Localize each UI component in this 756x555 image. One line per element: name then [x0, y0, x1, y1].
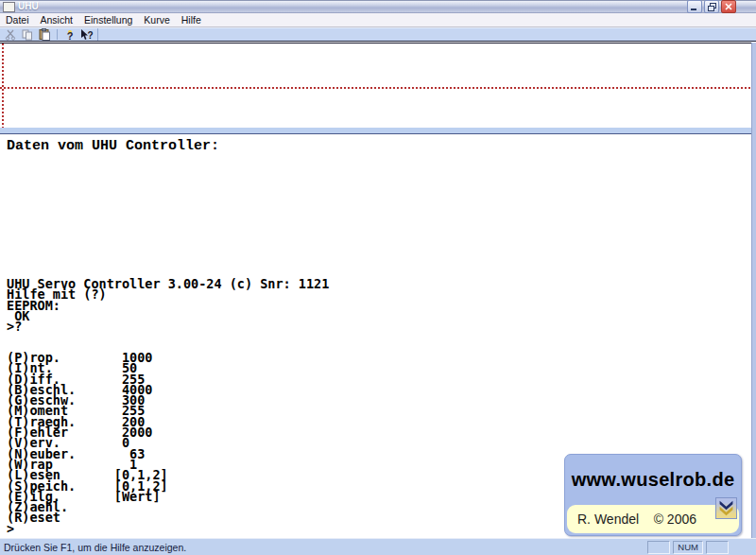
badge-site-url[interactable]: www.wuselrob.de: [565, 469, 741, 491]
status-message: Drücken Sie F1, um die Hilfe anzuzeigen.: [4, 542, 647, 553]
curve-zero-axis-dashed-line: [0, 87, 751, 89]
context-help-button[interactable]: ?: [80, 28, 94, 41]
app-window: UHU Datei Ansicht Einstellung Kurve Hilf: [0, 0, 756, 555]
menu-item-einstellung[interactable]: Einstellung: [78, 14, 138, 26]
menu-item-kurve[interactable]: Kurve: [138, 14, 175, 26]
window-title: UHU: [18, 2, 39, 11]
copy-icon: [22, 29, 33, 41]
paste-button[interactable]: [38, 28, 51, 41]
badge-copyright: © 2006: [654, 512, 696, 527]
scrl-indicator-pane: [706, 541, 729, 554]
terminal-parameter-list: (P)rop. 1000 (I)nt. 50 (D)iff. 255 (B)es…: [7, 353, 168, 534]
minimize-button[interactable]: [687, 0, 702, 13]
window-right-frame: [751, 43, 756, 538]
menu-item-hilfe[interactable]: Hilfe: [176, 14, 207, 26]
num-indicator-pane: NUM: [673, 541, 703, 554]
cut-button[interactable]: [4, 28, 17, 41]
menu-item-datei[interactable]: Datei: [0, 14, 35, 26]
restore-icon: [708, 3, 716, 11]
paste-icon: [39, 28, 50, 41]
help-button[interactable]: ?: [63, 28, 77, 41]
status-indicators: NUM: [647, 541, 729, 554]
help-icon: ?: [64, 29, 76, 41]
status-bar: Drücken Sie F1, um die Hilfe anzuzeigen.…: [0, 538, 756, 555]
tool-bar: ? ?: [0, 27, 756, 42]
menu-item-ansicht[interactable]: Ansicht: [35, 14, 78, 26]
badge-footer: R. Wendel © 2006: [567, 505, 739, 533]
curve-pane[interactable]: [0, 43, 751, 128]
pane-splitter[interactable]: [0, 128, 751, 134]
restore-button[interactable]: [704, 0, 719, 13]
window-controls: [687, 0, 736, 13]
terminal-boot-output: UHU Servo Controller 3.00-24 (c) Snr: 11…: [7, 279, 329, 332]
minimize-icon: [691, 3, 698, 10]
toolbar-band: ? ?: [0, 28, 98, 41]
badge-author: R. Wendel: [577, 512, 639, 527]
curve-y-axis-dashed-line: [2, 43, 4, 128]
svg-text:?: ?: [67, 29, 74, 41]
wuselrob-badge: www.wuselrob.de R. Wendel © 2006: [564, 454, 742, 536]
chevron-glyphs: [717, 499, 735, 517]
toolbar-separator: [57, 29, 58, 40]
close-icon: [725, 3, 732, 10]
double-chevron-down-icon[interactable]: [715, 497, 737, 519]
copy-button[interactable]: [21, 28, 34, 41]
context-help-icon: ?: [80, 29, 94, 41]
app-icon[interactable]: [3, 2, 15, 12]
caps-indicator-pane: [647, 541, 670, 554]
scissors-icon: [5, 29, 16, 41]
svg-text:?: ?: [87, 30, 93, 41]
menu-bar: Datei Ansicht Einstellung Kurve Hilfe: [0, 13, 756, 27]
terminal-header: Daten vom UHU Controller:: [7, 138, 219, 154]
title-bar: UHU: [0, 0, 756, 13]
close-button[interactable]: [721, 0, 736, 13]
